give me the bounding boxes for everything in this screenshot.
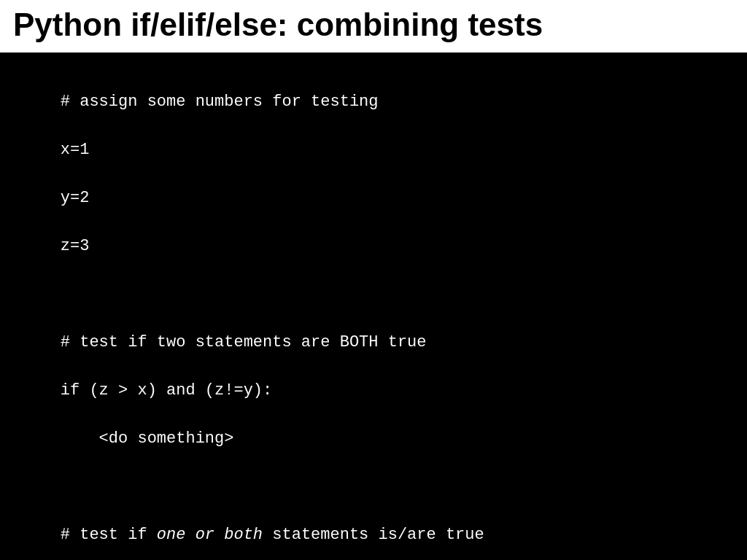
code-line-8: <do something> [61, 429, 234, 448]
code-line-4: z=3 [61, 237, 90, 255]
page-title: Python if/elif/else: combining tests [13, 7, 734, 42]
code-line-2: x=1 [61, 141, 90, 159]
code-line-10-pre: # test if [61, 526, 157, 544]
content-area: # assign some numbers for testing x=1 y=… [0, 52, 747, 560]
code-line-6: # test if two statements are BOTH true [61, 333, 427, 351]
code-line-10-mid2 [214, 526, 224, 544]
code-line-10-post: statements is/are true [263, 526, 484, 544]
code-line-10-mid [185, 526, 195, 544]
code-line-10-italic1: one [157, 526, 186, 544]
code-line-1: # assign some numbers for testing [61, 93, 379, 111]
code-line-10-italic2: or [196, 526, 214, 544]
code-line-3: y=2 [61, 189, 90, 207]
code-line-7: if (z > x) and (z!=y): [61, 381, 272, 400]
code-block: # assign some numbers for testing x=1 y=… [22, 66, 725, 560]
code-line-10-italic3: both [224, 526, 263, 544]
page-header: Python if/elif/else: combining tests [0, 0, 747, 52]
